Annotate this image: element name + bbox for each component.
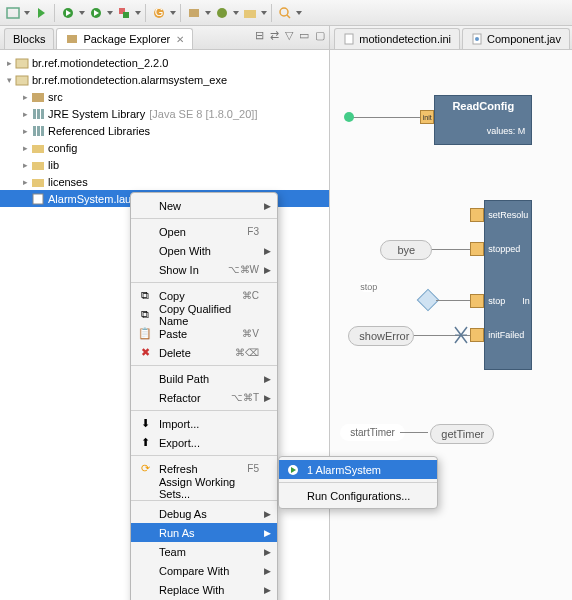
- tree-label: JRE System Library: [48, 108, 145, 120]
- build-icon[interactable]: G: [150, 4, 168, 22]
- menu-export[interactable]: ⬆Export...: [131, 433, 277, 452]
- separator: [145, 4, 146, 22]
- menu-new[interactable]: New▶: [131, 196, 277, 215]
- package-icon[interactable]: [185, 4, 203, 22]
- label-stop: stop: [360, 282, 377, 292]
- shortcut: F5: [247, 463, 259, 474]
- diagram-canvas[interactable]: ReadConfig values: M init setResolu stop…: [330, 50, 572, 600]
- tree-reflibs[interactable]: ▸ Referenced Libraries: [0, 122, 329, 139]
- tree-folder[interactable]: ▸ licenses: [0, 173, 329, 190]
- expand-icon[interactable]: ▸: [20, 177, 30, 187]
- folder-icon[interactable]: [241, 4, 259, 22]
- expand-icon[interactable]: ▸: [20, 143, 30, 153]
- menu-open-with[interactable]: Open With▶: [131, 241, 277, 260]
- dropdown-icon[interactable]: [79, 4, 85, 22]
- search-icon[interactable]: [276, 4, 294, 22]
- menu-assign-ws[interactable]: Assign Working Sets...: [131, 478, 277, 497]
- port[interactable]: [470, 242, 484, 256]
- label-starttimer: startTimer: [340, 424, 405, 441]
- menu-debug-as[interactable]: Debug As▶: [131, 504, 277, 523]
- dropdown-icon[interactable]: [261, 4, 267, 22]
- port[interactable]: [470, 208, 484, 222]
- tree-jre[interactable]: ▸ JRE System Library [Java SE 8 [1.8.0_2…: [0, 105, 329, 122]
- separator: [131, 455, 277, 456]
- submenu-arrow-icon: ▶: [264, 547, 271, 557]
- node-bye[interactable]: bye: [380, 240, 432, 260]
- tree-folder[interactable]: ▸ lib: [0, 156, 329, 173]
- port[interactable]: init: [420, 110, 434, 124]
- menu-team[interactable]: Team▶: [131, 542, 277, 561]
- connector: [350, 117, 420, 118]
- start-node-icon[interactable]: [344, 112, 354, 122]
- menu-compare-with[interactable]: Compare With▶: [131, 561, 277, 580]
- dropdown-icon[interactable]: [135, 4, 141, 22]
- submenu-run-alarmsystem[interactable]: 1 AlarmSystem: [279, 460, 437, 479]
- menu-import[interactable]: ⬇Import...: [131, 414, 277, 433]
- expand-icon[interactable]: ▸: [20, 92, 30, 102]
- toolbar-icon[interactable]: [32, 4, 50, 22]
- editor-tabs: motiondetection.ini Component.jav: [330, 26, 572, 50]
- tree-label: br.ref.motiondetection_2.2.0: [32, 57, 168, 69]
- tree-project[interactable]: ▾ br.ref.motiondetection.alarmsystem_exe: [0, 71, 329, 88]
- collapse-all-icon[interactable]: ⊟: [255, 29, 264, 42]
- menu-show-in[interactable]: Show In⌥⌘W▶: [131, 260, 277, 279]
- expand-icon[interactable]: ▸: [20, 109, 30, 119]
- link-editor-icon[interactable]: ⇄: [270, 29, 279, 42]
- node-showerror[interactable]: showError: [348, 326, 414, 346]
- shortcut: F3: [247, 226, 259, 237]
- submenu-run-configs[interactable]: Run Configurations...: [279, 486, 437, 505]
- run-icon[interactable]: [87, 4, 105, 22]
- tab-label: Component.jav: [487, 33, 561, 45]
- svg-rect-9: [244, 10, 256, 18]
- menu-run-as[interactable]: Run As▶: [131, 523, 277, 542]
- dropdown-icon[interactable]: [233, 4, 239, 22]
- minimize-icon[interactable]: ▭: [299, 29, 309, 42]
- menu-replace-with[interactable]: Replace With▶: [131, 580, 277, 599]
- menu-copy-qualified[interactable]: ⧉Copy Qualified Name: [131, 305, 277, 324]
- dropdown-icon[interactable]: [107, 4, 113, 22]
- menu-delete[interactable]: ✖Delete⌘⌫: [131, 343, 277, 362]
- toolbar-icon[interactable]: [4, 4, 22, 22]
- import-icon: ⬇: [137, 417, 153, 430]
- expand-icon[interactable]: ▸: [20, 160, 30, 170]
- node-gettimer[interactable]: getTimer: [430, 424, 494, 444]
- tab-blocks[interactable]: Blocks: [4, 28, 54, 49]
- tab-package-explorer[interactable]: Package Explorer ✕: [56, 28, 193, 49]
- dropdown-icon[interactable]: [24, 4, 30, 22]
- separator: [180, 4, 181, 22]
- port-label: stopped: [488, 244, 520, 254]
- menu-open[interactable]: OpenF3: [131, 222, 277, 241]
- run-icon[interactable]: [59, 4, 77, 22]
- tree-src[interactable]: ▸ src: [0, 88, 329, 105]
- shortcut: ⌥⌘T: [231, 392, 259, 403]
- menu-paste[interactable]: 📋Paste⌘V: [131, 324, 277, 343]
- editor-tab[interactable]: Component.jav: [462, 28, 570, 49]
- svg-point-8: [217, 8, 227, 18]
- node-component[interactable]: [484, 200, 532, 370]
- dropdown-icon[interactable]: [170, 4, 176, 22]
- package-icon: [65, 32, 79, 46]
- separator: [131, 410, 277, 411]
- dropdown-icon[interactable]: [205, 4, 211, 22]
- class-icon[interactable]: [213, 4, 231, 22]
- port[interactable]: [470, 294, 484, 308]
- node-subtitle: values: M: [441, 126, 525, 136]
- collapse-icon[interactable]: ▾: [4, 75, 14, 85]
- close-icon[interactable]: ✕: [176, 34, 184, 45]
- menu-refactor[interactable]: Refactor⌥⌘T▶: [131, 388, 277, 407]
- tree-project[interactable]: ▸ br.ref.motiondetection_2.2.0: [0, 54, 329, 71]
- port[interactable]: [470, 328, 484, 342]
- ext-tools-icon[interactable]: [115, 4, 133, 22]
- menu-build-path[interactable]: Build Path▶: [131, 369, 277, 388]
- expand-icon[interactable]: ▸: [4, 58, 14, 68]
- node-readconfig[interactable]: ReadConfig values: M: [434, 95, 532, 145]
- expand-icon[interactable]: ▸: [20, 126, 30, 136]
- shortcut: ⌥⌘W: [228, 264, 259, 275]
- tree-folder[interactable]: ▸ config: [0, 139, 329, 156]
- dropdown-icon[interactable]: [296, 4, 302, 22]
- view-menu-icon[interactable]: ▽: [285, 29, 293, 42]
- submenu-arrow-icon: ▶: [264, 585, 271, 595]
- editor-tab[interactable]: motiondetection.ini: [334, 28, 460, 49]
- node-label: bye: [397, 244, 415, 256]
- maximize-icon[interactable]: ▢: [315, 29, 325, 42]
